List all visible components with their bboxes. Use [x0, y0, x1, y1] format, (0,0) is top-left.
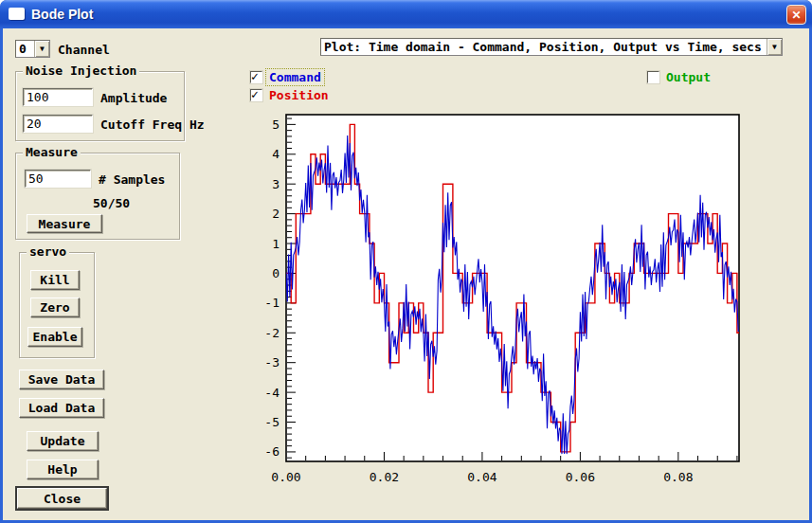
amplitude-label: Amplitude [100, 91, 167, 105]
cutoff-freq-label: Cutoff Freq Hz [100, 117, 205, 132]
output-checkbox[interactable] [647, 71, 659, 83]
amplitude-field[interactable] [23, 88, 93, 106]
svg-text:-1: -1 [264, 296, 280, 310]
output-checkbox-label[interactable]: Output [664, 70, 713, 84]
position-checkbox-label[interactable]: Position [267, 88, 331, 102]
samples-label: # Samples [99, 172, 165, 187]
close-window-button[interactable]: ✕ [786, 5, 806, 25]
measure-group-title: Measure [23, 145, 81, 159]
titlebar[interactable]: Bode Plot ✕ [0, 0, 812, 28]
check-icon: ✓ [251, 87, 259, 101]
samples-progress: 50/50 [93, 196, 130, 210]
plot-type-select[interactable]: Plot: Time domain - Command, Position, O… [320, 38, 783, 56]
close-button[interactable]: Close [17, 488, 107, 509]
svg-text:0.02: 0.02 [370, 470, 399, 484]
plot-canvas: 543210-1-2-3-4-5-60.000.020.040.060.08 [254, 106, 747, 496]
check-icon: ✓ [251, 69, 259, 83]
plot-type-select-value: Plot: Time domain - Command, Position, O… [321, 39, 767, 55]
kill-button[interactable]: Kill [30, 270, 80, 290]
svg-text:0.00: 0.00 [271, 470, 300, 484]
svg-text:-4: -4 [264, 386, 280, 400]
svg-text:5: 5 [272, 117, 280, 132]
enable-button[interactable]: Enable [27, 327, 82, 347]
svg-text:-3: -3 [264, 355, 280, 370]
window-icon [9, 8, 25, 20]
zero-button[interactable]: Zero [30, 298, 80, 317]
measure-button[interactable]: Measure [27, 214, 102, 233]
svg-text:4: 4 [272, 147, 280, 161]
samples-field[interactable] [25, 170, 91, 188]
svg-text:2: 2 [272, 207, 280, 221]
command-checkbox[interactable]: ✓ [250, 71, 262, 83]
command-checkbox-label[interactable]: Command [267, 70, 323, 84]
svg-text:0.06: 0.06 [566, 470, 595, 484]
channel-select[interactable]: 0 ▼ [15, 40, 50, 58]
position-checkbox[interactable]: ✓ [250, 89, 262, 101]
svg-text:-5: -5 [264, 415, 280, 429]
servo-group-title: servo [27, 244, 69, 259]
time-domain-plot: 543210-1-2-3-4-5-60.000.020.040.060.08 [254, 106, 747, 496]
svg-text:0.08: 0.08 [663, 470, 693, 484]
chevron-down-icon[interactable]: ▼ [34, 41, 49, 57]
chevron-down-icon[interactable]: ▼ [767, 39, 782, 55]
load-data-button[interactable]: Load Data [19, 398, 104, 418]
dialog-body: 0 ▼ Channel Plot: Time domain - Command,… [0, 28, 812, 523]
svg-text:3: 3 [272, 177, 280, 191]
channel-label: Channel [58, 43, 110, 57]
save-data-button[interactable]: Save Data [19, 370, 104, 389]
channel-select-value: 0 [16, 41, 34, 57]
help-button[interactable]: Help [27, 460, 99, 479]
svg-text:0: 0 [272, 266, 280, 280]
svg-text:-2: -2 [264, 326, 280, 340]
noise-injection-group-title: Noise Injection [23, 63, 139, 78]
window-title: Bode Plot [31, 7, 93, 22]
svg-text:0.04: 0.04 [467, 470, 496, 484]
svg-text:-6: -6 [264, 444, 280, 459]
svg-text:1: 1 [272, 237, 280, 251]
update-button[interactable]: Update [27, 431, 99, 451]
close-icon: ✕ [791, 9, 801, 22]
bode-plot-window: Bode Plot ✕ 0 ▼ Channel Plot: Time domai… [0, 0, 812, 523]
cutoff-freq-field[interactable] [23, 115, 93, 133]
